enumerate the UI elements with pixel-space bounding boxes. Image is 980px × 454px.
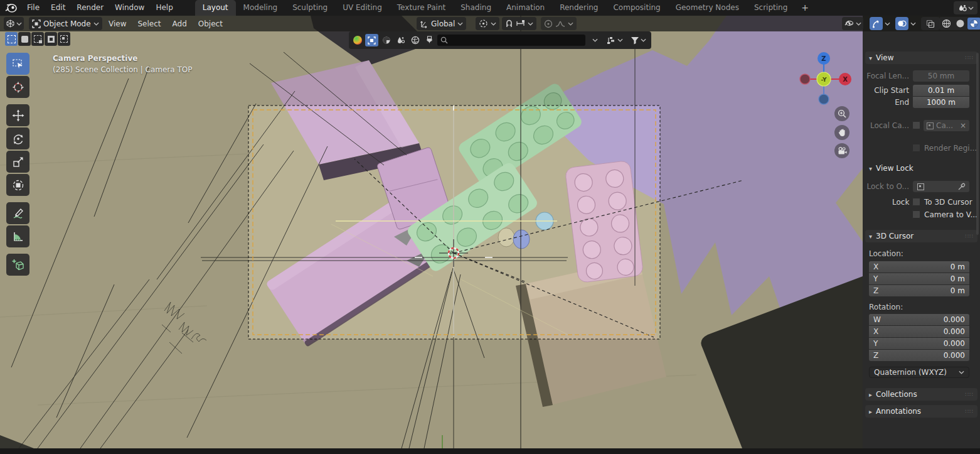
scene-status-button[interactable] [954, 1, 977, 14]
sidebar: ▾ View ∷∷ Focal Len... 50 mm Clip Start … [863, 31, 980, 448]
blender-logo-icon[interactable] [5, 3, 18, 13]
menu-object[interactable]: Object [193, 19, 228, 28]
cursor-rotation-x[interactable]: X0.000 [869, 326, 969, 337]
brush-button[interactable] [423, 34, 436, 46]
pivot-point-icon [479, 19, 488, 28]
tab-shading[interactable]: Shading [453, 0, 499, 16]
camera-view-button[interactable] [834, 143, 850, 158]
local-camera-checkbox[interactable] [912, 121, 920, 129]
tab-sculpting[interactable]: Sculpting [285, 0, 335, 16]
tab-scripting[interactable]: Scripting [747, 0, 795, 16]
menu-window[interactable]: Window [109, 0, 150, 16]
panel-collections-header[interactable]: ▸ Collections ∷∷ [865, 388, 977, 401]
mode-dropdown[interactable]: Object Mode [29, 17, 102, 30]
menu-edit[interactable]: Edit [45, 0, 71, 16]
panel-grip-icon[interactable]: ∷∷ [966, 55, 974, 61]
shading-solid-button[interactable] [954, 18, 967, 30]
to-3d-cursor-checkbox[interactable] [912, 198, 920, 206]
zoom-button[interactable] [834, 106, 850, 121]
navigation-gizmo[interactable]: Z X -Y [801, 51, 855, 108]
axis-neg-x-handle[interactable] [800, 74, 810, 84]
gizmos-toggle[interactable] [868, 17, 892, 30]
visibility-dropdown[interactable] [842, 17, 863, 30]
menu-help[interactable]: Help [150, 0, 178, 16]
menu-view[interactable]: View [103, 19, 132, 28]
add-workspace-button[interactable]: + [795, 1, 815, 16]
orientation-dropdown[interactable]: Global [417, 17, 466, 30]
menu-add[interactable]: Add [167, 19, 193, 28]
panel-view-header[interactable]: ▾ View ∷∷ [865, 51, 977, 64]
tool-cursor[interactable] [6, 76, 29, 98]
lock-to-object-field[interactable] [913, 181, 969, 192]
clear-icon[interactable]: × [960, 120, 966, 131]
cursor-rotation-y[interactable]: Y0.000 [869, 338, 969, 349]
tab-geometry-nodes[interactable]: Geometry Nodes [668, 0, 747, 16]
axis-neg-z-handle[interactable] [819, 94, 829, 104]
tool-transform[interactable] [6, 174, 29, 196]
select-mode-invert[interactable] [45, 32, 57, 46]
tab-layout[interactable]: Layout [195, 0, 236, 16]
tab-texture-paint[interactable]: Texture Paint [390, 0, 453, 16]
shading-wireframe-button[interactable] [940, 18, 953, 30]
tool-rotate[interactable] [6, 127, 29, 149]
panel-grip-icon[interactable]: ∷∷ [966, 408, 974, 414]
axis-label: X [873, 261, 878, 273]
camera-to-view-checkbox[interactable] [912, 210, 920, 219]
cursor-location-x[interactable]: X0 m [869, 261, 969, 273]
eyedropper-icon[interactable] [958, 183, 965, 190]
panel-grip-icon[interactable]: ∷∷ [966, 391, 974, 397]
xray-toggle[interactable] [921, 17, 940, 30]
select-mode-set[interactable] [5, 32, 18, 46]
overlays-toggle[interactable] [893, 17, 918, 30]
material-ball-button[interactable] [351, 34, 364, 46]
clip-start-field[interactable]: 0.01 m [913, 85, 969, 96]
cursor-rotation-w[interactable]: W0.000 [869, 314, 969, 325]
render-region-checkbox[interactable] [912, 144, 920, 152]
panel-view-lock-header[interactable]: ▾ View Lock [865, 162, 977, 175]
object-filter-button[interactable] [365, 34, 378, 46]
menu-render[interactable]: Render [71, 0, 109, 16]
tab-animation[interactable]: Animation [499, 0, 552, 16]
shading-sphere-button[interactable] [380, 34, 393, 46]
menu-file[interactable]: File [21, 0, 45, 16]
fluid-button[interactable] [394, 34, 407, 46]
tool-annotate[interactable] [6, 202, 29, 224]
snapping-controls[interactable] [502, 17, 536, 30]
panel-3d-cursor-header[interactable]: ▾ 3D Cursor ∷∷ [865, 230, 977, 242]
world-button[interactable] [408, 34, 422, 46]
tab-modeling[interactable]: Modeling [236, 0, 285, 16]
tool-add-cube[interactable] [6, 254, 29, 276]
cursor-rotation-z[interactable]: Z0.000 [869, 350, 969, 361]
axis-x-label: X [843, 76, 848, 83]
filter-funnel-button[interactable] [627, 34, 649, 46]
filter-tree-button[interactable] [604, 34, 626, 46]
tool-scale[interactable] [6, 151, 29, 173]
collapse-button[interactable] [587, 34, 603, 46]
rotation-mode-dropdown[interactable]: Quaternion (WXYZ) [869, 367, 969, 378]
tool-select-box[interactable] [6, 53, 29, 75]
tool-measure[interactable] [6, 225, 29, 247]
select-mode-extend[interactable] [18, 32, 31, 46]
tab-compositing[interactable]: Compositing [605, 0, 668, 16]
select-mode-subtract[interactable] [31, 32, 44, 46]
proportional-edit-controls[interactable] [541, 17, 577, 30]
tab-rendering[interactable]: Rendering [552, 0, 605, 16]
editor-type-button[interactable] [4, 17, 24, 30]
clip-end-field[interactable]: 1000 m [913, 97, 969, 108]
pan-button[interactable] [834, 125, 850, 140]
cursor-location-z[interactable]: Z0 m [869, 285, 969, 296]
select-mode-intersect[interactable] [58, 32, 70, 46]
tool-move[interactable] [6, 104, 29, 126]
panel-annotations-header[interactable]: ▸ Annotations ∷∷ [865, 405, 977, 418]
menu-select[interactable]: Select [132, 19, 166, 28]
shading-material-button[interactable] [967, 18, 980, 30]
local-camera-field[interactable]: Ca... × [924, 120, 969, 131]
pivot-point-dropdown[interactable] [476, 17, 499, 30]
focal-length-field[interactable]: 50 mm [913, 70, 969, 82]
search-input[interactable] [437, 35, 585, 46]
panel-grip-icon[interactable]: ∷∷ [966, 233, 974, 239]
tab-uv-editing[interactable]: UV Editing [335, 0, 390, 16]
sidebar-scrollbar[interactable] [976, 53, 979, 235]
viewport-scene[interactable] [0, 16, 863, 448]
cursor-location-y[interactable]: Y0 m [869, 273, 969, 284]
